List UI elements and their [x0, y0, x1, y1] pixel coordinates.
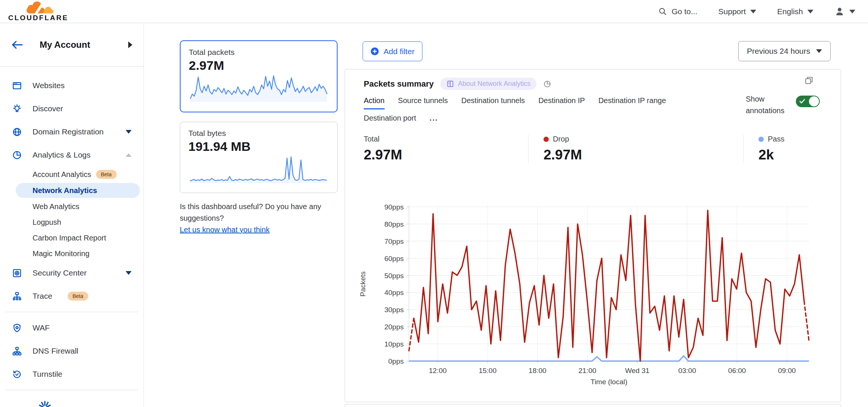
card-value: 191.94 MB [188, 139, 329, 154]
time-range-dropdown[interactable]: Previous 24 hours [738, 41, 831, 61]
sidebar-item-websites[interactable]: Websites [0, 74, 144, 97]
sidebar-item-label: DNS Firewall [33, 347, 79, 355]
sidebar-item-dns-firewall[interactable]: DNS Firewall [0, 339, 144, 363]
topbar: CLOUDFLARE Go to... Support English [0, 0, 868, 23]
chevron-right-icon[interactable] [128, 41, 132, 48]
sub-item-label: Magic Monitoring [33, 249, 89, 258]
about-badge-label: About Network Analytics [458, 80, 530, 88]
cloudflare-logo[interactable]: CLOUDFLARE [8, 1, 68, 22]
sidebar-item-web-analytics[interactable]: Web Analytics [0, 199, 144, 214]
sidebar-item-trace[interactable]: Trace Beta [0, 285, 144, 308]
svg-text:03:00: 03:00 [678, 367, 696, 375]
sidebar-item-account-analytics[interactable]: Account Analytics Beta [0, 167, 144, 182]
stat-label: Drop [553, 135, 569, 143]
packets-summary-panel: Packets summary About Network Analytics … [345, 69, 841, 402]
next-panel-edge [345, 404, 841, 407]
svg-text:80pps: 80pps [384, 220, 404, 228]
svg-text:30pps: 30pps [384, 306, 404, 314]
stat-value: 2k [758, 147, 812, 163]
svg-text:Time (local): Time (local) [591, 378, 628, 386]
sidebar-item-security-center[interactable]: Security Center [0, 261, 144, 285]
brand-wordmark: CLOUDFLARE [8, 14, 68, 22]
svg-text:Packets: Packets [359, 271, 367, 297]
more-tabs-button[interactable]: ... [430, 114, 438, 126]
support-menu[interactable]: Support [718, 7, 757, 16]
sidebar-item-label: WAF [33, 323, 50, 332]
total-packets-card[interactable]: Total packets 2.97M [180, 40, 338, 112]
sub-item-label: Account Analytics [33, 170, 91, 179]
back-arrow-icon[interactable] [11, 40, 23, 49]
drop-legend-dot [544, 137, 549, 142]
check-icon [799, 99, 805, 104]
card-title: Total packets [189, 48, 329, 57]
tab-destination-ip-range[interactable]: Destination IP range [598, 96, 666, 109]
sidebar-item-label: Discover [33, 104, 63, 113]
total-bytes-card[interactable]: Total bytes 191.94 MB [180, 122, 338, 193]
cloudflare-cloud-icon [16, 1, 60, 15]
tab-source-tunnels[interactable]: Source tunnels [398, 96, 448, 109]
add-filter-button[interactable]: Add filter [363, 41, 422, 61]
show-annotations-toggle[interactable] [796, 96, 820, 107]
sidebar-item-waf[interactable]: WAF [0, 316, 144, 339]
sidebar-item-label: Websites [33, 81, 65, 90]
support-label: Support [718, 7, 746, 16]
svg-text:50pps: 50pps [384, 272, 404, 280]
chevron-down-icon [816, 49, 822, 53]
sidebar-divider [6, 312, 138, 312]
time-range-label: Previous 24 hours [747, 47, 810, 56]
sidebar-item-label: Domain Registration [33, 127, 104, 136]
sidebar-item-analytics-logs[interactable]: Analytics & Logs [0, 143, 144, 167]
sub-item-label: Network Analytics [33, 186, 97, 195]
beta-badge: Beta [96, 170, 117, 179]
sidebar-item-label: Trace [33, 292, 52, 301]
svg-text:12:00: 12:00 [429, 367, 447, 375]
sidebar-account-header[interactable]: My Account [0, 23, 144, 66]
account-name: My Account [40, 40, 90, 50]
language-label: English [777, 7, 803, 16]
sidebar-item-logpush[interactable]: Logpush [0, 214, 144, 230]
hierarchy-icon [12, 346, 22, 356]
stat-drop: Drop 2.97M [528, 135, 743, 163]
pass-legend-dot [758, 137, 764, 142]
goto-search[interactable]: Go to... [658, 7, 698, 16]
svg-text:10pps: 10pps [384, 340, 404, 348]
sidebar: My Account Websites Discover Domain Regi… [0, 23, 144, 407]
svg-text:20pps: 20pps [384, 323, 404, 331]
pie-chart-icon [12, 150, 22, 160]
toggle-knob [809, 96, 819, 106]
sidebar-item-magic-monitoring[interactable]: Magic Monitoring [0, 246, 144, 261]
rotate-check-icon [12, 369, 22, 379]
tab-action[interactable]: Action [364, 96, 385, 109]
tab-destination-port[interactable]: Destination port [364, 114, 416, 126]
chevron-down-icon [807, 10, 813, 13]
about-network-analytics-badge[interactable]: About Network Analytics [440, 78, 536, 90]
summary-cards-column: Total packets 2.97M Total bytes 191.94 M… [180, 40, 338, 236]
language-menu[interactable]: English [777, 7, 813, 16]
add-filter-label: Add filter [384, 47, 415, 56]
sidebar-item-label: Security Center [33, 268, 87, 277]
stat-pass: Pass 2k [743, 135, 824, 163]
zero-trust-icon[interactable] [37, 400, 52, 407]
stat-value: 2.97M [544, 147, 732, 163]
pie-chart-icon[interactable] [543, 80, 551, 88]
chevron-down-icon [750, 10, 756, 13]
safe-icon [12, 268, 22, 278]
svg-text:18:00: 18:00 [529, 367, 547, 375]
sidebar-item-turnstile[interactable]: Turnstile [0, 363, 144, 386]
account-menu[interactable] [834, 6, 855, 17]
user-icon [834, 6, 845, 17]
chevron-down-icon [126, 130, 132, 134]
tab-destination-ip[interactable]: Destination IP [538, 96, 585, 109]
svg-text:06:00: 06:00 [728, 367, 746, 375]
group-by-tabs: Action Source tunnels Destination tunnel… [364, 96, 693, 126]
sidebar-item-domain-registration[interactable]: Domain Registration [0, 120, 144, 143]
sidebar-item-discover[interactable]: Discover [0, 97, 144, 120]
expand-panel-button[interactable] [804, 75, 814, 87]
packets-time-series-chart[interactable]: 0pps10pps20pps30pps40pps50pps60pps70pps8… [356, 202, 828, 386]
stat-label: Pass [768, 135, 784, 143]
sidebar-item-network-analytics[interactable]: Network Analytics [16, 183, 140, 198]
feedback-link[interactable]: Let us know what you think [180, 226, 270, 234]
sidebar-item-carbon-impact-report[interactable]: Carbon Impact Report [0, 230, 144, 246]
search-icon [658, 7, 667, 16]
tab-destination-tunnels[interactable]: Destination tunnels [461, 96, 525, 109]
